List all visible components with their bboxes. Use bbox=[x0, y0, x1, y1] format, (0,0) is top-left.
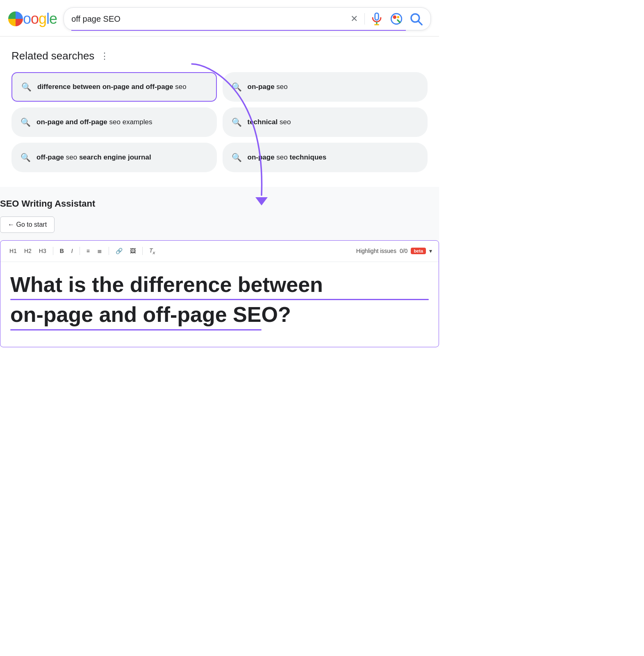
voice-search-button[interactable] bbox=[370, 12, 384, 26]
related-label-6: on-page seo techniques bbox=[248, 153, 327, 162]
clear-icon[interactable]: ✕ bbox=[349, 14, 360, 24]
search-button[interactable] bbox=[409, 12, 423, 26]
related-searches-heading: Related searches ⋮ bbox=[11, 50, 428, 62]
search-divider bbox=[364, 13, 365, 25]
link-button[interactable]: 🔗 bbox=[113, 246, 125, 256]
main-content: Related searches ⋮ 🔍 difference between … bbox=[0, 36, 439, 172]
ordered-list-button[interactable]: ≡ bbox=[84, 246, 92, 256]
search-input[interactable]: off page SEO bbox=[71, 14, 344, 24]
heading-underline-1 bbox=[10, 299, 429, 300]
google-ball-icon bbox=[8, 11, 23, 26]
go-to-start-button[interactable]: ← Go to start bbox=[0, 216, 55, 233]
related-searches-label: Related searches bbox=[11, 50, 94, 62]
search-icon-2: 🔍 bbox=[232, 82, 242, 92]
related-item-2[interactable]: 🔍 on-page seo bbox=[223, 72, 428, 102]
mic-icon bbox=[370, 12, 384, 26]
related-label-3: on-page and off-page seo examples bbox=[36, 117, 152, 127]
related-item-1[interactable]: 🔍 difference between on-page and off-pag… bbox=[11, 72, 217, 102]
ordered-list-icon: ≡ bbox=[86, 248, 90, 254]
seo-writing-assistant-section: SEO Writing Assistant ← Go to start H1 H… bbox=[0, 187, 439, 347]
related-item-6[interactable]: 🔍 on-page seo techniques bbox=[223, 143, 428, 172]
highlight-issues-control[interactable]: Highlight issues 0/0 beta ▾ bbox=[356, 248, 432, 254]
search-icon-6: 🔍 bbox=[232, 153, 242, 162]
editor-toolbar: H1 H2 H3 B I ≡ ≣ 🔗 🖼 Tx bbox=[0, 241, 439, 262]
image-icon: 🖼 bbox=[130, 248, 136, 254]
italic-button[interactable]: I bbox=[69, 246, 75, 256]
related-item-5[interactable]: 🔍 off-page seo search engine journal bbox=[11, 143, 217, 172]
editor-content[interactable]: What is the difference between on-page a… bbox=[0, 262, 439, 347]
more-options-icon[interactable]: ⋮ bbox=[100, 51, 109, 61]
beta-badge: beta bbox=[411, 248, 426, 254]
google-logo: oogle bbox=[8, 10, 57, 27]
go-to-start-label: ← Go to start bbox=[8, 221, 47, 228]
unordered-list-icon: ≣ bbox=[97, 248, 102, 254]
highlight-issues-count: 0/0 bbox=[400, 248, 407, 254]
highlight-issues-label: Highlight issues bbox=[356, 248, 396, 254]
related-label-5: off-page seo search engine journal bbox=[36, 153, 151, 162]
clear-format-button[interactable]: Tx bbox=[147, 246, 157, 257]
svg-point-4 bbox=[393, 16, 397, 19]
svg-point-5 bbox=[397, 16, 399, 18]
lens-icon bbox=[389, 12, 403, 26]
unordered-list-button[interactable]: ≣ bbox=[95, 246, 105, 256]
heading-line-1: What is the difference between bbox=[10, 272, 429, 297]
seo-section-title: SEO Writing Assistant bbox=[0, 198, 439, 209]
lens-button[interactable] bbox=[389, 12, 403, 26]
editor-container: H1 H2 H3 B I ≡ ≣ 🔗 🖼 Tx bbox=[0, 240, 439, 347]
link-icon: 🔗 bbox=[116, 248, 123, 254]
header: oogle off page SEO ✕ bbox=[0, 0, 439, 36]
related-label-2: on-page seo bbox=[248, 82, 288, 92]
svg-rect-0 bbox=[375, 13, 379, 20]
editor-heading: What is the difference between on-page a… bbox=[10, 272, 429, 330]
clear-format-icon: Tx bbox=[149, 247, 155, 254]
image-button[interactable]: 🖼 bbox=[127, 246, 138, 256]
h3-button[interactable]: H3 bbox=[36, 246, 49, 256]
logo-text: oogle bbox=[23, 10, 57, 27]
search-icon bbox=[409, 12, 423, 26]
search-icon-3: 🔍 bbox=[20, 117, 31, 127]
svg-line-7 bbox=[419, 21, 422, 25]
search-icons bbox=[370, 12, 423, 26]
related-item-3[interactable]: 🔍 on-page and off-page seo examples bbox=[11, 107, 217, 137]
toolbar-divider-2 bbox=[80, 247, 80, 255]
related-item-4[interactable]: 🔍 technical seo bbox=[223, 107, 428, 137]
search-icon-1: 🔍 bbox=[21, 82, 32, 92]
related-label-4: technical seo bbox=[248, 117, 291, 127]
search-icon-4: 🔍 bbox=[232, 117, 242, 127]
heading-underline-2 bbox=[10, 329, 262, 330]
h2-button[interactable]: H2 bbox=[22, 246, 34, 256]
h1-button[interactable]: H1 bbox=[7, 246, 19, 256]
toolbar-divider-1 bbox=[53, 247, 53, 255]
search-icon-5: 🔍 bbox=[20, 153, 31, 162]
heading-line-2: on-page and off-page SEO? bbox=[10, 302, 429, 327]
toolbar-divider-4 bbox=[142, 247, 143, 255]
dropdown-chevron-icon: ▾ bbox=[429, 248, 432, 254]
related-searches-grid: 🔍 difference between on-page and off-pag… bbox=[11, 72, 428, 172]
bold-button[interactable]: B bbox=[57, 246, 66, 256]
toolbar-divider-3 bbox=[109, 247, 109, 255]
related-label-1: difference between on-page and off-page … bbox=[37, 82, 187, 92]
search-bar: off page SEO ✕ bbox=[64, 7, 431, 30]
